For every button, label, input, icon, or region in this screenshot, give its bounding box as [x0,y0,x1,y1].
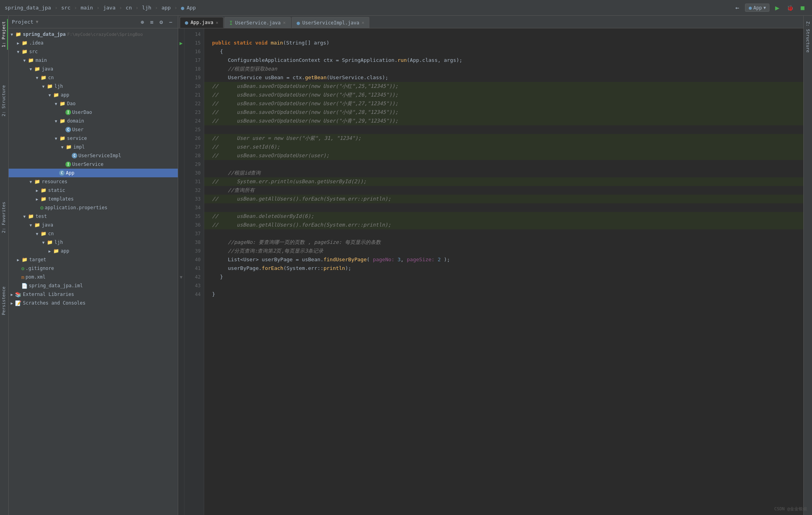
tab-close-button[interactable]: ✕ [283,20,286,25]
breadcrumb-cn[interactable]: cn [126,5,132,11]
tree-item-userdao[interactable]: ▶ I UserDao [9,108,178,117]
line-num-24: 24 [184,117,204,125]
code-line-38: //pageNo: 要查询哪一页的页数 , pageSize: 每页显示的条数 [204,238,803,247]
tree-item-target[interactable]: ▶ 📁 target [9,255,178,264]
gutter-44 [178,290,184,299]
expand-arrow-icon: ▼ [21,213,28,219]
line-num-18: 18 [184,65,204,73]
tree-item-iml[interactable]: ▶ 📄 spring_data_jpa.iml [9,281,178,290]
gutter-17 [178,56,184,65]
tree-label: spring_data_jpa.iml [29,283,83,288]
folder-icon: 📁 [53,248,59,254]
code-line-34 [204,203,803,212]
tree-label: ljh [54,240,63,245]
gutter-27 [178,143,184,151]
tree-label: test [35,214,47,219]
line-num-37: 37 [184,229,204,238]
line-num-29: 29 [184,160,204,169]
line-num-41: 41 [184,264,204,273]
tab-close-button[interactable]: ✕ [216,20,218,25]
folder-icon: 📁 [40,187,47,193]
code-line-31: // System.err.println(usBean.getUserById… [204,177,803,186]
tree-item-app[interactable]: ▶ C App [9,169,178,177]
settings-icon[interactable]: ⚙ [157,18,165,26]
expand-arrow-icon: ▶ [9,291,15,297]
stop-button[interactable]: ■ [798,3,807,13]
structure-tab[interactable]: 2: Structure [0,83,8,119]
tree-item-test-app[interactable]: ▶ 📁 app [9,247,178,255]
tree-item-test-ljh[interactable]: ▼ 📁 ljh [9,238,178,247]
gutter-26 [178,134,184,143]
run-config-selector[interactable]: ● App ▼ [745,4,769,12]
tree-item-userservice[interactable]: ▶ I UserService [9,160,178,169]
class-badge: C [65,127,71,132]
locate-button[interactable]: ⊕ [138,18,146,26]
tree-item-dao-folder[interactable]: ▼ 📁 Dao [9,99,178,108]
code-line-22: // usBean.saveOrUpdateUser(new User("小黄"… [204,99,803,108]
tree-item-external-libraries[interactable]: ▶ 📚 External Libraries [9,290,178,299]
tree-item-main[interactable]: ▼ 📁 main [9,56,178,65]
expand-arrow-icon: ▼ [28,222,34,228]
tree-item-templates[interactable]: ▶ 📁 templates [9,195,178,203]
tree-item-test-java[interactable]: ▼ 📁 java [9,221,178,229]
tree-item-impl[interactable]: ▼ 📁 impl [9,143,178,151]
tree-item-app-folder[interactable]: ▼ 📁 app [9,91,178,99]
tree-item-spring-data-jpa[interactable]: ▼ 📁 spring_data_jpa F:\myCode\crazyCode\… [9,30,178,39]
tree-item-domain[interactable]: ▼ 📁 domain [9,117,178,125]
fold-icon[interactable]: ▼ [180,275,183,280]
tree-label: domain [67,118,84,124]
tree-item-cn[interactable]: ▼ 📁 cn [9,73,178,82]
keyword: void [255,39,268,47]
tree-item-ljh[interactable]: ▼ 📁 ljh [9,82,178,91]
debug-button[interactable]: 🐞 [785,3,795,13]
breadcrumb-java[interactable]: java [103,5,115,11]
tree-item-service[interactable]: ▼ 📁 service [9,134,178,143]
collapse-button[interactable]: ≡ [148,18,156,26]
interface-badge: I [65,110,71,115]
folder-icon: 📁 [47,239,53,245]
tree-item-java[interactable]: ▼ 📁 java [9,65,178,73]
tab-app-java[interactable]: ● App.java ✕ [180,17,223,28]
tab-close-button[interactable]: ✕ [361,20,364,25]
tree-item-user[interactable]: ▶ C User [9,125,178,134]
breadcrumb-app[interactable]: app [162,5,171,11]
navigate-back-button[interactable]: ← [732,3,742,13]
code-editor[interactable]: ▶ [178,28,803,515]
tree-item-gitignore[interactable]: ▶ ⚙ .gitignore [9,264,178,273]
breadcrumb-ljh[interactable]: ljh [142,5,151,11]
tree-item-userserviceimpl[interactable]: ▶ C UserServiceImpl [9,151,178,160]
tree-item-src[interactable]: ▼ 📁 src [9,47,178,56]
tab-userserviceimpl-java[interactable]: ● UserServiceImpl.java ✕ [292,17,370,28]
tree-item-static[interactable]: ▶ 📁 static [9,186,178,195]
gutter-31 [178,177,184,186]
breadcrumb-spring[interactable]: spring_data_jpa [5,5,51,11]
run-button[interactable]: ▶ [773,3,782,13]
breadcrumb-App[interactable]: App [186,5,196,11]
line-num-14: 14 [184,30,204,39]
project-panel-dropdown-icon[interactable]: ▼ [36,19,39,24]
right-tab-z-structure[interactable]: Z: Structure [805,19,811,55]
folder-icon: 📁 [47,83,53,89]
run-arrow-icon[interactable]: ▶ [180,40,183,46]
code-content[interactable]: public static void main(String[] args) {… [204,28,803,515]
expand-arrow-icon: ▶ [34,187,40,193]
tree-item-test[interactable]: ▼ 📁 test [9,212,178,221]
tree-label: application.properties [45,205,107,210]
tree-item-idea[interactable]: ▶ 📁 .idea [9,39,178,47]
class-badge: C [59,170,65,176]
favorites-tab[interactable]: 2: Favorites [0,199,8,235]
gutter-14 [178,30,184,39]
persistence-tab[interactable]: Persistence [0,284,8,318]
tree-label: app [61,92,69,98]
project-tab[interactable]: 1: Project [0,19,8,50]
tree-item-scratches[interactable]: ▶ 📝 Scratches and Consoles [9,299,178,307]
run-config-label: App [753,5,762,11]
tree-item-test-cn[interactable]: ▼ 📁 cn [9,229,178,238]
tree-item-resources[interactable]: ▼ 📁 resources [9,177,178,186]
breadcrumb-main[interactable]: main [81,5,93,11]
tab-userservice-java[interactable]: I UserService.java ✕ [224,17,291,28]
tree-item-application-properties[interactable]: ▶ ⚙ application.properties [9,203,178,212]
tree-item-pom[interactable]: ▶ m pom.xml [9,273,178,281]
breadcrumb-src[interactable]: src [61,5,70,11]
minimize-button[interactable]: − [167,18,175,26]
